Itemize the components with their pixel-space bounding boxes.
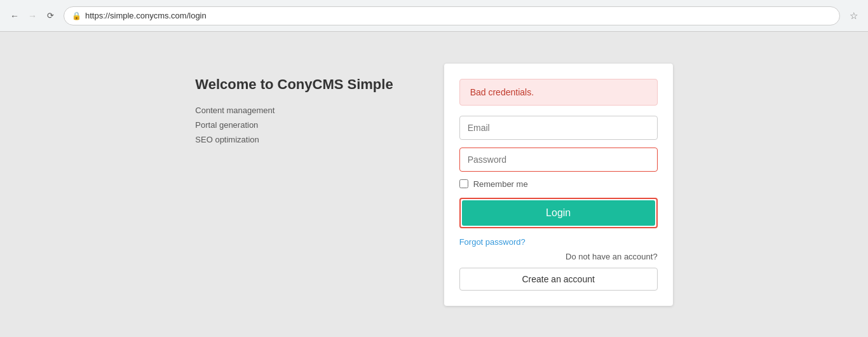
welcome-title: Welcome to ConyCMS Simple (195, 76, 393, 93)
browser-chrome: ← → ⟳ 🔒 ☆ (0, 0, 868, 32)
lock-icon: 🔒 (72, 11, 81, 20)
feature-list: Content management Portal generation SEO… (195, 106, 393, 144)
page-content: Welcome to ConyCMS Simple Content manage… (0, 32, 868, 337)
remember-me-label: Remember me (473, 179, 528, 189)
remember-row: Remember me (459, 179, 658, 189)
nav-buttons: ← → ⟳ (8, 9, 57, 23)
forward-button[interactable]: → (25, 9, 39, 23)
bookmark-button[interactable]: ☆ (846, 9, 860, 23)
no-account-text: Do not have an account? (566, 252, 658, 261)
address-bar-container: 🔒 (64, 6, 840, 25)
feature-item-3: SEO optimization (195, 135, 393, 144)
login-button[interactable]: Login (462, 200, 655, 226)
password-input[interactable] (459, 148, 658, 172)
error-message-text: Bad credentials. (470, 87, 534, 97)
content-wrapper: Welcome to ConyCMS Simple Content manage… (148, 64, 720, 306)
forgot-password-link[interactable]: Forgot password? (459, 237, 658, 247)
error-alert: Bad credentials. (459, 79, 658, 106)
no-account-row: Do not have an account? (459, 252, 658, 261)
login-button-wrapper: Login (459, 198, 658, 228)
login-card: Bad credentials. Remember me Login Forgo… (444, 64, 673, 306)
create-account-button[interactable]: Create an account (459, 268, 658, 291)
feature-item-1: Content management (195, 106, 393, 115)
left-panel: Welcome to ConyCMS Simple Content manage… (195, 64, 393, 144)
email-input[interactable] (459, 116, 658, 140)
refresh-button[interactable]: ⟳ (43, 9, 57, 23)
address-bar-input[interactable] (85, 11, 832, 20)
back-button[interactable]: ← (8, 9, 22, 23)
feature-item-2: Portal generation (195, 120, 393, 130)
remember-me-checkbox[interactable] (459, 179, 468, 188)
